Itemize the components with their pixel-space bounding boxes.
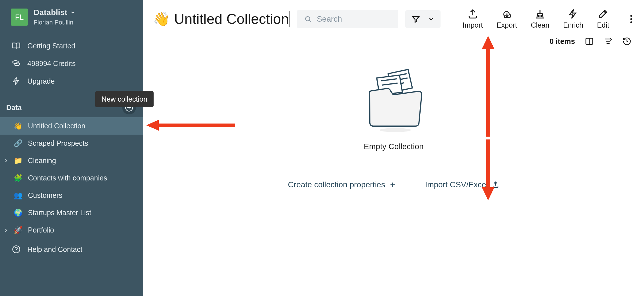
sidebar-item-getting-started[interactable]: Getting Started: [0, 37, 143, 55]
app-name: Datablist: [34, 8, 67, 17]
import-csv-button[interactable]: Import CSV/Excel: [425, 180, 499, 189]
collection-item[interactable]: 👋Untitled Collection: [0, 117, 143, 135]
upload-icon: [467, 9, 478, 19]
book-icon: [11, 42, 21, 50]
sort-button[interactable]: [604, 37, 613, 46]
collection-label: Cleaning: [28, 157, 56, 165]
collection-label: Portfolio: [28, 226, 54, 234]
collection-emoji: 👋: [13, 122, 23, 130]
collection-item[interactable]: 🧩Contacts with companies: [0, 169, 143, 187]
import-button[interactable]: Import: [463, 9, 483, 29]
collection-emoji: 📁: [13, 157, 23, 165]
help-icon: [11, 245, 21, 254]
collection-emoji: 🌍: [13, 209, 23, 217]
empty-folder-icon: [357, 65, 431, 133]
sidebar-item-label: Getting Started: [27, 42, 75, 50]
chevron-down-icon: [428, 16, 434, 22]
action-label: Clean: [531, 21, 549, 29]
collection-item[interactable]: 🔗Scraped Prospects: [0, 135, 143, 152]
svg-point-6: [380, 128, 411, 132]
plus-icon: [389, 181, 396, 188]
bolt-icon: [568, 9, 578, 19]
sidebar-item-label: Help and Contact: [27, 245, 82, 254]
item-count: 0 items: [549, 37, 575, 46]
filter-button[interactable]: [405, 10, 441, 28]
enrich-button[interactable]: Enrich: [563, 9, 583, 29]
history-button[interactable]: [622, 37, 631, 46]
action-label: Import: [463, 21, 483, 29]
collection-title[interactable]: 👋 Untitled Collection: [153, 11, 290, 27]
collection-item[interactable]: 📁Cleaning: [0, 152, 143, 169]
chevron-down-icon: [70, 10, 76, 15]
sort-icon: [604, 37, 613, 46]
workspace-header[interactable]: FL Datablist Florian Poullin: [0, 5, 143, 32]
empty-heading: Empty Collection: [364, 142, 423, 151]
more-menu-button[interactable]: [628, 10, 634, 28]
action-label: Import CSV/Excel: [425, 180, 488, 189]
collection-item[interactable]: 👥Customers: [0, 187, 143, 204]
empty-state: Empty Collection Create collection prope…: [143, 65, 644, 189]
sidebar: FL Datablist Florian Poullin Getting Sta…: [0, 0, 143, 296]
action-label: Edit: [597, 21, 609, 29]
collection-emoji: 🧩: [13, 174, 23, 182]
columns-icon: [585, 37, 594, 46]
edit-button[interactable]: Edit: [597, 9, 609, 29]
download-cloud-icon: [502, 9, 512, 19]
collection-item[interactable]: 🌍Startups Master List: [0, 204, 143, 221]
sidebar-item-help[interactable]: Help and Contact: [0, 240, 143, 258]
upload-icon: [492, 181, 499, 188]
collection-emoji: 👋: [153, 11, 170, 27]
sidebar-item-label: Upgrade: [27, 77, 55, 85]
broom-icon: [535, 9, 545, 19]
history-icon: [622, 37, 631, 46]
collection-emoji: 👥: [13, 191, 23, 200]
chevron-right-icon[interactable]: [3, 158, 9, 163]
action-label: Create collection properties: [288, 180, 385, 189]
collection-title-text[interactable]: Untitled Collection: [174, 11, 290, 27]
avatar: FL: [11, 9, 28, 26]
chevron-right-icon[interactable]: [3, 228, 9, 233]
main-content: 👋 Untitled Collection Import Export Clea: [143, 0, 644, 296]
sidebar-item-upgrade[interactable]: Upgrade: [0, 72, 143, 90]
user-name: Florian Poullin: [34, 19, 76, 26]
search-box[interactable]: [297, 10, 398, 28]
clean-button[interactable]: Clean: [531, 9, 549, 29]
create-properties-button[interactable]: Create collection properties: [288, 180, 397, 189]
action-label: Export: [496, 21, 517, 29]
export-button[interactable]: Export: [496, 9, 517, 29]
sub-toolbar: 0 items: [143, 35, 644, 51]
search-input[interactable]: [317, 15, 391, 24]
search-icon: [304, 15, 312, 23]
filter-icon: [411, 15, 420, 23]
sidebar-item-credits[interactable]: 498994 Credits: [0, 55, 143, 72]
columns-button[interactable]: [585, 37, 594, 46]
collection-emoji: 🔗: [13, 139, 23, 147]
collection-emoji: 🚀: [13, 226, 23, 234]
sidebar-item-label: 498994 Credits: [27, 59, 76, 68]
toolbar-actions: Import Export Clean Enrich Edit: [463, 9, 634, 29]
collection-label: Startups Master List: [28, 209, 91, 217]
collection-label: Untitled Collection: [28, 122, 85, 130]
data-section-title: Data: [6, 104, 22, 112]
svg-point-4: [305, 17, 310, 21]
edit-icon: [598, 9, 608, 19]
new-collection-tooltip: New collection: [95, 91, 154, 107]
collection-label: Contacts with companies: [28, 174, 107, 182]
collection-label: Customers: [28, 191, 62, 200]
action-label: Enrich: [563, 21, 583, 29]
bolt-icon: [11, 77, 21, 85]
top-bar: 👋 Untitled Collection Import Export Clea: [143, 0, 644, 35]
coins-icon: [11, 59, 21, 68]
collection-item[interactable]: 🚀Portfolio: [0, 221, 143, 239]
collection-list: 👋Untitled Collection🔗Scraped Prospects📁C…: [0, 117, 143, 239]
collection-label: Scraped Prospects: [28, 139, 88, 147]
